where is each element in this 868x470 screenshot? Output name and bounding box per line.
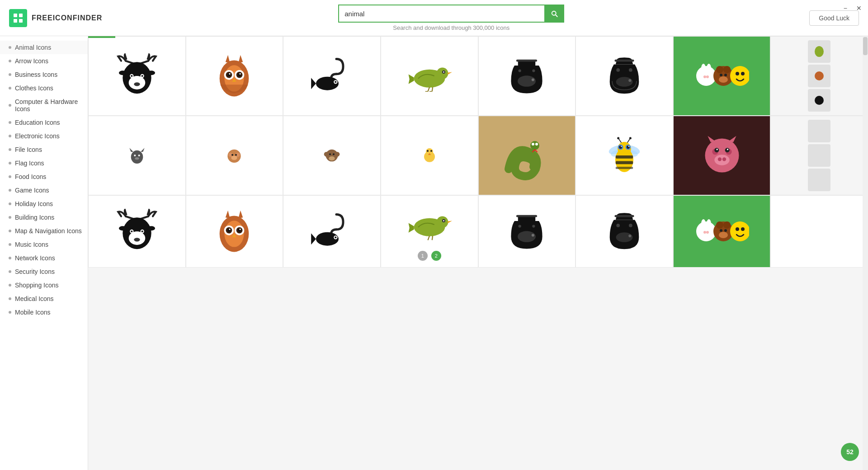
sidebar-item-clothes[interactable]: Clothes Icons [0,81,88,95]
sidebar-item-mobile[interactable]: Mobile Icons [0,306,88,319]
icon-cell-bird-1[interactable] [381,36,478,116]
search-icon [550,9,558,18]
svg-point-77 [231,154,233,156]
page-dot-1[interactable]: 1 [418,251,428,261]
svg-point-34 [443,71,444,73]
scrollbar-thumb[interactable] [863,37,868,55]
icon-grid: 1 2 [88,36,868,268]
icon-cell-bird-2[interactable]: 1 2 [381,195,478,268]
search-area: Search and download through 300,000 icon… [102,5,800,31]
fish-pot-4-icon [602,209,647,254]
strip-item-2 [808,65,830,87]
sidebar-item-medical[interactable]: Medical Icons [0,292,88,306]
fish-pot-2-icon [602,53,647,99]
icon-cell-animals-collage[interactable] [673,36,771,116]
svg-point-115 [722,157,726,161]
sidebar-item-arrow[interactable]: Arrow Icons [0,54,88,68]
svg-point-56 [716,66,723,73]
icon-cell-fish-hook-2[interactable] [283,195,381,268]
sidebar-item-food[interactable]: Food Icons [0,170,88,183]
sidebar-bullet [9,243,11,246]
svg-point-43 [519,69,521,72]
icon-cell-pig-dark[interactable] [673,116,771,195]
sidebar-item-animal[interactable]: Animal Icons [0,41,88,54]
icon-cell-fish-pot-2[interactable] [576,36,673,116]
sidebar-bullet [9,73,11,76]
svg-point-48 [616,68,620,72]
sidebar-item-education[interactable]: Education Icons [0,116,88,129]
icon-cell-empty[interactable] [770,195,868,268]
sidebar-item-security[interactable]: Security Icons [0,265,88,278]
icon-cell-chick-sm[interactable] [381,116,478,195]
svg-point-72 [135,157,139,160]
logo-icon [9,9,27,27]
sidebar-item-file[interactable]: File Icons [0,143,88,156]
icon-cell-monkey-sm[interactable] [283,116,381,195]
sidebar-item-label: Medical Icons [15,295,54,302]
sidebar-bullet [9,148,11,151]
svg-point-154 [443,220,444,221]
svg-point-70 [134,155,136,156]
sidebar-item-label: Business Icons [15,71,57,78]
svg-rect-100 [616,167,633,169]
minimize-button[interactable]: − [841,4,850,13]
sidebar-item-music[interactable]: Music Icons [0,238,88,251]
page-dot-2[interactable]: 2 [431,251,441,261]
svg-point-110 [617,137,619,139]
icon-cell-bee[interactable] [576,116,673,195]
sidebar-item-network[interactable]: Network Icons [0,251,88,265]
svg-marker-136 [239,211,243,219]
icon-cell-animals-collage-2[interactable] [673,195,771,268]
svg-rect-2 [14,19,17,23]
svg-point-63 [741,72,745,75]
sidebar-item-computer[interactable]: Computer & Hardware Icons [0,95,88,116]
window-controls: − ✕ [841,4,864,13]
search-row [338,5,564,23]
search-input[interactable] [338,5,544,23]
sidebar-item-shopping[interactable]: Shopping Icons [0,278,88,292]
svg-point-118 [714,148,719,152]
icon-cell-cat-sm[interactable] [88,116,186,195]
logo-svg [13,13,24,24]
sidebar-item-holiday[interactable]: Holiday Icons [0,197,88,211]
chick-small-icon [420,146,439,164]
icon-cell-strip-2[interactable] [770,116,868,195]
svg-marker-69 [141,148,145,152]
strip-animal-2 [812,69,826,83]
svg-point-181 [741,227,745,231]
close-button[interactable]: ✕ [854,4,864,13]
icon-cell-fish-pot-3[interactable] [478,195,576,268]
icon-cell-moose-2[interactable] [88,195,186,268]
strip-item-3 [808,89,830,112]
svg-rect-158 [516,215,537,217]
sidebar-item-label: Shopping Icons [15,282,59,289]
icon-cell-fish-pot-4[interactable] [576,195,673,268]
svg-point-174 [716,221,723,229]
icon-cell-fish-pot-1[interactable] [478,36,576,116]
icon-cell-fish-hook-1[interactable] [283,36,381,116]
sidebar-item-game[interactable]: Game Icons [0,183,88,197]
icon-cell-owl-2[interactable] [186,195,283,268]
icon-cell-owl-1[interactable] [186,36,283,116]
sidebar-item-building[interactable]: Building Icons [0,211,88,224]
sidebar-bullet [9,60,11,62]
icon-cell-moose-1[interactable] [88,36,186,116]
bee-icon [602,133,647,178]
sidebar-item-flag[interactable]: Flag Icons [0,156,88,170]
search-button[interactable] [544,5,564,23]
icon-cell-hamster-sm[interactable] [186,116,283,195]
svg-point-57 [723,66,731,73]
svg-point-47 [628,79,631,82]
sidebar-item-map[interactable]: Map & Navigation Icons [0,224,88,238]
sidebar-bullet [9,175,11,178]
icon-cell-strip-1[interactable] [770,36,868,116]
sidebar: Animal IconsArrow IconsBusiness IconsClo… [0,36,88,470]
scroll-to-top-badge[interactable]: 52 [841,443,859,461]
sidebar-item-label: Music Icons [15,241,48,248]
icon-cell-snake[interactable] [478,116,576,195]
sidebar-item-electronic[interactable]: Electronic Icons [0,129,88,143]
strip-animal-1 [812,45,826,58]
svg-point-164 [616,232,632,242]
scrollbar-track[interactable] [863,36,868,470]
sidebar-item-business[interactable]: Business Icons [0,68,88,81]
